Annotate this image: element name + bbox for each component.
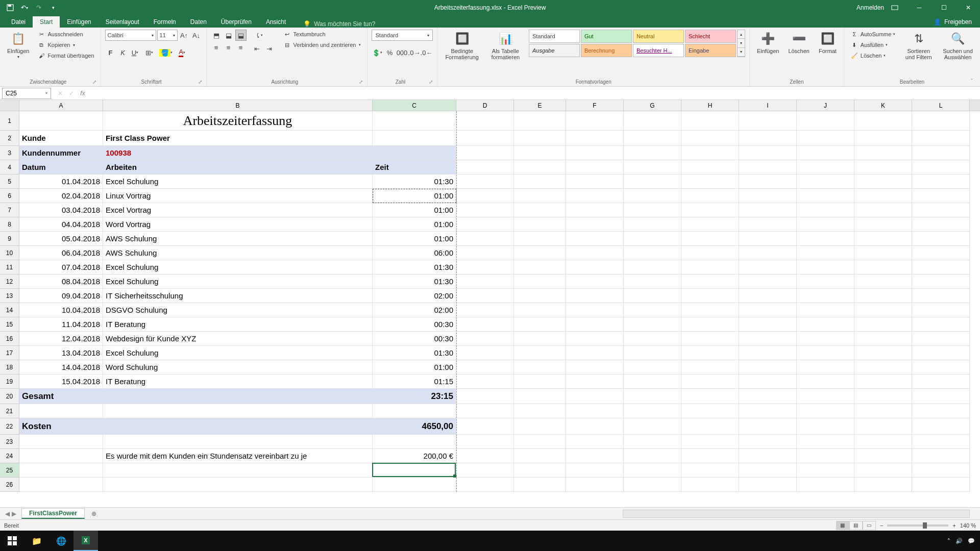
cell-B14[interactable]: DSGVO Schulung	[103, 303, 373, 317]
number-launcher-icon[interactable]: ⤢	[429, 79, 433, 85]
cell-C22[interactable]: 4650,00	[373, 418, 456, 435]
row-header-23[interactable]: 23	[0, 435, 19, 449]
align-launcher-icon[interactable]: ⤢	[359, 79, 363, 85]
format-table-button[interactable]: 📊Als Tabelle formatieren	[485, 30, 526, 61]
excel-taskbar-icon[interactable]: X	[74, 531, 98, 551]
cell-B4[interactable]: Arbeiten	[103, 160, 373, 174]
cell-B3[interactable]: 100938	[103, 146, 373, 160]
cell-A4[interactable]: Datum	[19, 160, 103, 174]
cell-C19[interactable]: 01:15	[373, 374, 456, 389]
row-header-26[interactable]: 26	[0, 478, 19, 492]
tab-datei[interactable]: Datei	[4, 16, 33, 28]
column-header-I[interactable]: I	[739, 100, 797, 111]
style-gallery-more[interactable]: ▴▾▾	[737, 30, 745, 57]
cell-C12[interactable]: 01:30	[373, 274, 456, 289]
name-box[interactable]: C25▾	[2, 88, 51, 99]
undo-icon[interactable]: ↶▾	[19, 3, 30, 13]
cell-A6[interactable]: 02.04.2018	[19, 189, 103, 203]
style-berechnung[interactable]: Berechnung	[581, 44, 632, 57]
cell-B2[interactable]: First Class Power	[103, 131, 373, 146]
cell-B22[interactable]	[103, 418, 373, 435]
conditional-format-button[interactable]: 🔲Bedingte Formatierung	[442, 30, 482, 61]
row-header-8[interactable]: 8	[0, 217, 19, 232]
column-header-G[interactable]: G	[624, 100, 681, 111]
align-middle-icon[interactable]: ⬓	[223, 30, 234, 41]
autosum-button[interactable]: ΣAutoSumme▾	[848, 30, 898, 39]
row-header-1[interactable]: 1	[0, 111, 19, 131]
ribbon-display-icon[interactable]	[883, 0, 906, 15]
number-format-combo[interactable]: Standard▾	[372, 30, 433, 41]
column-header-H[interactable]: H	[681, 100, 739, 111]
column-header-J[interactable]: J	[797, 100, 854, 111]
cell-A5[interactable]: 01.04.2018	[19, 174, 103, 189]
cell-A11[interactable]: 07.04.2018	[19, 260, 103, 274]
cell-A17[interactable]: 13.04.2018	[19, 346, 103, 360]
decrease-indent-icon[interactable]: ⇤	[252, 43, 263, 54]
align-top-icon[interactable]: ⬒	[211, 30, 222, 41]
zoom-level[interactable]: 140 %	[960, 522, 976, 529]
cell-B24[interactable]: Es wurde mit dem Kunden ein Stundensatz …	[103, 449, 373, 463]
sheet-nav-prev-icon[interactable]: ◀	[5, 510, 10, 517]
formula-input[interactable]	[90, 88, 980, 99]
minimize-icon[interactable]: ─	[908, 0, 931, 15]
redo-icon[interactable]: ↷	[34, 3, 44, 13]
cell-B7[interactable]: Excel Vortrag	[103, 203, 373, 217]
qat-customize-icon[interactable]: ▾	[48, 3, 58, 13]
tab-einfuegen[interactable]: Einfügen	[60, 16, 98, 28]
row-header-10[interactable]: 10	[0, 246, 19, 260]
currency-icon[interactable]: 💲▾	[372, 47, 383, 58]
cell-A1[interactable]: Arbeitszeiterfassung	[19, 111, 456, 131]
decrease-font-icon[interactable]: A↓	[191, 30, 202, 41]
cell-B5[interactable]: Excel Schulung	[103, 174, 373, 189]
cell-A20[interactable]: Gesamt	[19, 389, 103, 404]
enter-formula-icon[interactable]: ✓	[66, 90, 77, 97]
clear-button[interactable]: 🧹Löschen▾	[848, 51, 898, 60]
row-header-13[interactable]: 13	[0, 289, 19, 303]
zoom-out-icon[interactable]: −	[880, 522, 883, 529]
cell-C8[interactable]: 01:00	[373, 217, 456, 232]
cell-A13[interactable]: 09.04.2018	[19, 289, 103, 303]
italic-button[interactable]: K	[117, 47, 129, 58]
cell-C14[interactable]: 02:00	[373, 303, 456, 317]
tell-me-search[interactable]: 💡 Was möchten Sie tun?	[303, 20, 375, 28]
file-explorer-icon[interactable]: 📁	[24, 531, 49, 551]
cell-C10[interactable]: 06:00	[373, 246, 456, 260]
cell-C3[interactable]	[373, 146, 456, 160]
cell-C20[interactable]: 23:15	[373, 389, 456, 404]
format-cells-button[interactable]: 🔲Format	[816, 30, 840, 55]
column-header-B[interactable]: B	[103, 100, 373, 111]
cell-B17[interactable]: Excel Schulung	[103, 346, 373, 360]
spreadsheet-grid[interactable]: ABCDEFGHIJKL 123456789101112131415161718…	[0, 100, 980, 507]
cell-A12[interactable]: 08.04.2018	[19, 274, 103, 289]
row-header-2[interactable]: 2	[0, 131, 19, 146]
cell-C5[interactable]: 01:30	[373, 174, 456, 189]
fill-button[interactable]: ⬇Ausfüllen▾	[848, 40, 898, 49]
cell-B20[interactable]	[103, 389, 373, 404]
row-header-11[interactable]: 11	[0, 260, 19, 274]
cell-A9[interactable]: 05.04.2018	[19, 232, 103, 246]
cut-button[interactable]: ✂Ausschneiden	[35, 30, 96, 39]
cell-B18[interactable]: Word Schulung	[103, 360, 373, 374]
cell-A10[interactable]: 06.04.2018	[19, 246, 103, 260]
row-header-17[interactable]: 17	[0, 346, 19, 360]
share-button[interactable]: 👤 Freigeben	[925, 16, 980, 28]
cell-B10[interactable]: AWS Schulung	[103, 246, 373, 260]
font-size-combo[interactable]: 11▾	[157, 30, 178, 41]
zoom-slider[interactable]	[887, 524, 948, 527]
horizontal-scrollbar[interactable]	[623, 510, 970, 518]
tray-notifications-icon[interactable]: 💬	[968, 538, 975, 544]
row-header-18[interactable]: 18	[0, 360, 19, 374]
tab-ueberpruefen[interactable]: Überprüfen	[214, 16, 259, 28]
fx-icon[interactable]: fx	[78, 90, 88, 97]
cell-C9[interactable]: 01:00	[373, 232, 456, 246]
column-header-A[interactable]: A	[19, 100, 103, 111]
cell-A2[interactable]: Kunde	[19, 131, 103, 146]
cell-C18[interactable]: 01:00	[373, 360, 456, 374]
underline-button[interactable]: U▾	[130, 47, 141, 58]
paste-button[interactable]: 📋 Einfügen ▾	[4, 30, 32, 61]
view-page-break-icon[interactable]: ▭	[863, 521, 876, 530]
row-header-15[interactable]: 15	[0, 317, 19, 332]
row-header-12[interactable]: 12	[0, 274, 19, 289]
cell-A15[interactable]: 11.04.2018	[19, 317, 103, 332]
tray-up-icon[interactable]: ˄	[947, 538, 950, 544]
